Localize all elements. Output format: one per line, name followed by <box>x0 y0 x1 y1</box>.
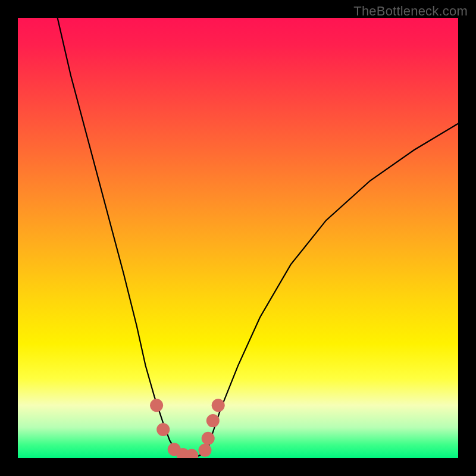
highlight-dot <box>150 399 163 412</box>
highlight-dot <box>212 399 225 412</box>
highlight-dot <box>206 414 220 427</box>
plot-area <box>18 18 458 458</box>
bottleneck-curve <box>58 18 458 456</box>
watermark-text: TheBottleneck.com <box>353 4 468 19</box>
chart-frame: TheBottleneck.com <box>0 0 476 476</box>
highlight-dot <box>199 444 212 457</box>
chart-svg <box>18 18 458 458</box>
highlight-dot <box>202 432 215 445</box>
highlight-dot <box>156 423 170 436</box>
